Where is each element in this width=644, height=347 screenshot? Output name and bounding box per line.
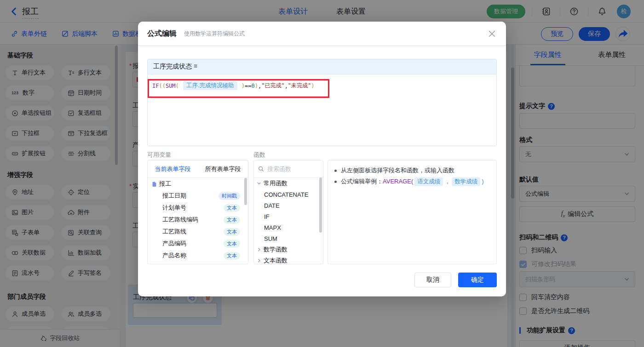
function-search <box>254 160 323 178</box>
function-item[interactable]: SUM <box>254 233 323 244</box>
type-badge: 文本 <box>224 252 240 260</box>
formula-code-area[interactable]: IF((SUM( 工序.完成情况辅助 )==0),"已完成","未完成") <box>148 74 496 146</box>
variable-row[interactable]: 产品编码 文本 <box>148 238 248 250</box>
type-badge: 时间戳 <box>218 192 240 200</box>
variable-row[interactable]: 工艺路线编码 文本 <box>148 214 248 226</box>
chevron-down-icon <box>257 181 261 186</box>
type-badge: 文本 <box>224 204 240 212</box>
search-icon <box>258 166 264 172</box>
formula-target: 工序完成状态 = <box>148 59 496 74</box>
function-item[interactable]: IF <box>254 211 323 222</box>
tip-line: 从左侧面板选择字段名和函数，或输入函数 <box>334 165 491 176</box>
variables-panel: 当前表单字段 所有表单字段 报工 报工日期 时间戳 计划单号 文本 工艺路线编码… <box>147 160 248 264</box>
field-token: 数学成绩 <box>452 177 480 186</box>
chevron-right-icon <box>257 247 261 252</box>
field-token: 语文成绩 <box>414 177 443 186</box>
modal-header: 公式编辑 使用数学运算符编辑公式 <box>138 22 506 46</box>
formula-editor: 工序完成状态 = IF((SUM( 工序.完成情况辅助 )==0),"已完成",… <box>147 59 497 146</box>
variable-row[interactable]: 产品名称 文本 <box>148 250 248 262</box>
functions-scrollbar[interactable] <box>319 177 322 233</box>
close-icon[interactable] <box>488 30 496 38</box>
form-doc-icon <box>152 182 157 187</box>
type-badge: 文本 <box>224 216 240 224</box>
variable-row[interactable]: 工艺路线 文本 <box>148 226 248 238</box>
tab-current-form-fields[interactable]: 当前表单字段 <box>148 160 198 177</box>
function-item[interactable]: MAPX <box>254 222 323 233</box>
bullet-dot <box>334 170 337 172</box>
function-item[interactable]: DATE <box>254 200 323 211</box>
tips-panel: 从左侧面板选择字段名和函数，或输入函数 公式编辑举例： AVERAGE( 语文成… <box>328 160 497 264</box>
variable-root-row[interactable]: 报工 <box>148 178 248 190</box>
type-badge: 文本 <box>224 240 240 248</box>
modal-subtitle: 使用数学运算符编辑公式 <box>184 30 245 38</box>
variable-row[interactable]: 报工日期 时间戳 <box>148 190 248 202</box>
confirm-button[interactable]: 确定 <box>458 273 497 287</box>
function-group-math[interactable]: 数学函数 <box>254 244 323 255</box>
function-group-common[interactable]: 常用函数 <box>254 178 323 189</box>
field-token[interactable]: 工序.完成情况辅助 <box>183 81 237 90</box>
tip-example-line: 公式编辑举例： AVERAGE( 语文成绩 ， 数学成绩 ) <box>334 176 491 187</box>
function-group-text[interactable]: 文本函数 <box>254 255 323 264</box>
variables-scrollbar[interactable] <box>244 178 247 205</box>
bullet-dot <box>334 181 337 183</box>
function-search-input[interactable] <box>267 165 319 172</box>
type-badge: 文本 <box>224 228 240 236</box>
modal-title: 公式编辑 <box>147 29 177 39</box>
variable-row[interactable]: 计划单号 文本 <box>148 202 248 214</box>
functions-label: 函数 <box>253 151 265 159</box>
function-item[interactable]: CONCATENATE <box>254 189 323 200</box>
tab-all-form-fields[interactable]: 所有表单字段 <box>198 160 248 177</box>
cancel-button[interactable]: 取消 <box>414 273 451 287</box>
modal-footer: 取消 确定 <box>414 273 497 287</box>
chevron-right-icon <box>257 258 261 263</box>
variables-label: 可用变量 <box>147 151 171 159</box>
formula-edit-modal: 公式编辑 使用数学运算符编辑公式 工序完成状态 = IF((SUM( 工序.完成… <box>138 22 506 296</box>
formula-expression: IF((SUM( 工序.完成情况辅助 )==0),"已完成","未完成") <box>152 81 315 90</box>
functions-panel: 常用函数 CONCATENATE DATE IF MAPX SUM 数学函数 文… <box>253 160 323 264</box>
